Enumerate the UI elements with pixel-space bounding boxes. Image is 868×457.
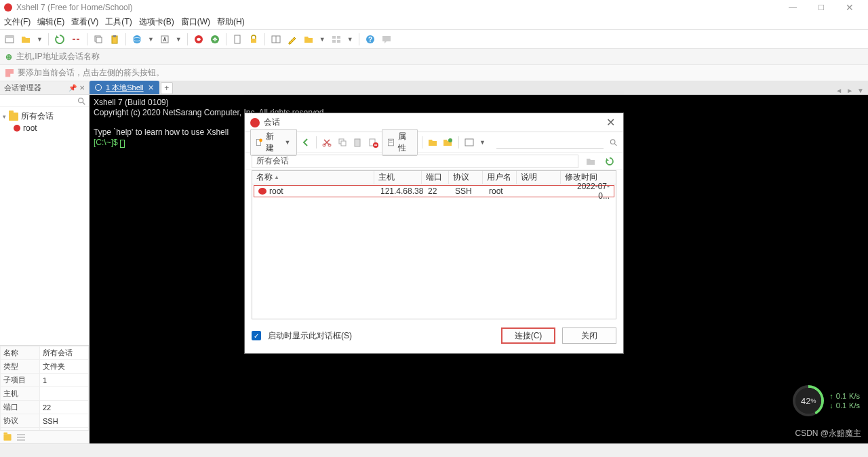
xagent-icon[interactable] [192,33,205,46]
dialog-path-text[interactable]: 所有会话 [252,155,578,168]
tool-a-dropdown-icon[interactable]: ▼ [174,36,183,43]
dialog-search-icon[interactable] [609,138,618,147]
xftp-icon[interactable] [208,33,222,46]
paste-icon[interactable] [108,33,121,46]
dialog-search-input[interactable] [496,136,604,149]
prop-value [40,387,89,401]
chat-icon[interactable] [380,33,393,46]
col-user[interactable]: 用户名 [483,171,517,184]
dlg-copy-icon[interactable] [336,136,349,149]
show-on-startup-label: 启动时显示此对话框(S) [268,330,352,342]
cut-icon[interactable] [321,136,334,149]
new-session-icon[interactable] [3,33,16,46]
col-desc[interactable]: 说明 [517,171,561,184]
tab-next-icon[interactable]: ► [846,87,853,94]
view-mode-dropdown-icon[interactable]: ▼ [478,139,487,146]
window-close-button[interactable]: ✕ [835,2,864,13]
dlg-paste-icon[interactable] [351,136,364,149]
delete-icon[interactable] [366,136,379,149]
help-icon[interactable]: ? [363,33,377,46]
lock-icon[interactable] [247,33,260,46]
svg-point-8 [133,35,141,43]
prop-key: 类型 [1,360,40,374]
reconnect-icon[interactable] [53,33,66,46]
address-input[interactable]: 主机,IP地址或会话名称 [16,51,100,62]
path-folder-icon[interactable] [584,155,597,168]
svg-rect-27 [17,439,25,441]
refresh-icon[interactable] [603,155,616,168]
tab-close-icon[interactable]: ✕ [148,83,154,92]
col-port[interactable]: 端口 [422,171,449,184]
tab-prev-icon[interactable]: ◄ [835,87,842,94]
address-bar: ⊕ 主机,IP地址或会话名称 [0,49,868,65]
prop-key: 名称 [1,346,40,360]
tile-icon[interactable] [330,33,343,46]
new-dropdown-icon[interactable]: ▼ [283,139,292,146]
dialog-toolbar: 新建 ▼ 属性 ▼ [245,132,623,153]
menu-edit[interactable]: 编辑(E) [37,16,64,28]
dlg-back-icon[interactable] [300,136,313,149]
svg-rect-5 [96,37,102,43]
svg-rect-3 [77,39,79,40]
address-plus-icon[interactable]: ⊕ [5,52,12,62]
copy-icon[interactable] [92,33,105,46]
dialog-titlebar: 会话 ✕ [245,113,623,132]
menu-window[interactable]: 窗口(W) [181,16,210,28]
minimize-button[interactable]: — [778,3,807,12]
dialog-footer: ✓ 启动时显示此对话框(S) 连接(C) 关闭 [245,319,623,353]
add-tab-button[interactable]: + [161,82,173,94]
watermark: CSDN @永黯魔主 [795,428,861,439]
view-mode-icon[interactable] [463,136,476,149]
disconnect-icon[interactable] [69,33,83,46]
close-button[interactable]: 关闭 [562,327,616,344]
menu-tools[interactable]: 工具(T) [105,16,132,28]
menu-help[interactable]: 帮助(H) [217,16,245,28]
menu-file[interactable]: 文件(F) [4,16,31,28]
search-globe-icon[interactable] [130,33,144,46]
tile-dropdown-icon[interactable]: ▼ [346,36,355,43]
footer-list-icon[interactable] [16,433,26,442]
col-protocol[interactable]: 协议 [449,171,483,184]
menu-tabs[interactable]: 选项卡(B) [139,16,174,28]
tool-a-icon[interactable] [158,33,172,46]
dlg-folder-icon[interactable] [427,136,439,149]
folder-tool-dropdown-icon[interactable]: ▼ [318,36,327,43]
svg-rect-20 [337,40,340,43]
svg-rect-26 [17,437,25,438]
dialog-close-icon[interactable]: ✕ [604,116,618,129]
col-host[interactable]: 主机 [374,171,422,184]
globe-dropdown-icon[interactable]: ▼ [146,36,155,43]
new-button[interactable]: 新建 ▼ [250,129,297,156]
new-file-icon[interactable] [231,33,244,46]
svg-rect-13 [235,35,240,43]
svg-rect-18 [337,36,340,39]
connect-button[interactable]: 连接(C) [501,327,555,344]
footer-folder-icon[interactable] [3,434,11,441]
pane-close-icon[interactable]: ✕ [79,84,85,92]
col-name[interactable]: 名称▲ [252,171,374,184]
pin-icon[interactable]: 📌 [68,84,77,92]
dlg-newfolder-icon[interactable] [441,136,454,149]
property-row: 子项目1 [1,374,89,387]
properties-button[interactable]: 属性 [382,129,418,156]
layout1-icon[interactable] [269,33,283,46]
property-row: 端口22 [1,401,89,414]
session-row-root[interactable]: root 121.4.68.38 22 SSH root 2022-07-0..… [254,185,614,197]
prop-value: SSH [40,414,89,428]
maximize-button[interactable]: ☐ [807,3,835,12]
session-search-icon[interactable] [77,96,86,106]
tab-menu-icon[interactable]: ▼ [857,87,864,94]
prop-key: 子项目 [1,374,40,387]
highlight-icon[interactable] [285,33,299,46]
open-dropdown-icon[interactable]: ▼ [35,36,44,43]
row-session-icon [258,188,267,195]
tab-local-shell[interactable]: 1 本地Shell ✕ [90,81,159,94]
show-on-startup-checkbox[interactable]: ✓ [252,331,261,340]
prop-value: 22 [40,401,89,414]
tree-session-item[interactable]: root [3,123,86,134]
folder-tool-icon[interactable] [302,33,315,46]
menu-view[interactable]: 查看(V) [71,16,98,28]
open-icon[interactable] [19,33,33,46]
tree-root-item[interactable]: ▾ 所有会话 [3,110,86,123]
svg-line-43 [614,143,616,145]
